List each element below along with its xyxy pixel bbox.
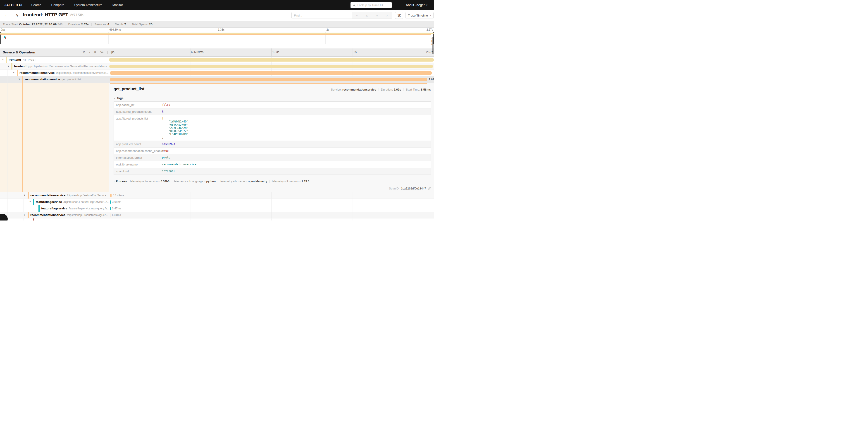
span-timeline-cell[interactable]: 1.04ms [109,212,434,218]
column-resizer-handle[interactable]: ∥ [107,51,108,54]
about-jaeger-menu[interactable]: About Jaeger ∨ [406,3,428,7]
tag-key: app.filtered_products.list [114,115,160,141]
indent-guide [2,199,2,205]
span-duration-bar[interactable] [110,78,428,81]
timeline-tick-header: 0μs666.89ms1.33s2s2.67s [109,49,434,56]
chevron-down-icon[interactable]: ∨ [7,64,9,67]
next-result-icon[interactable]: ∨ [376,14,378,17]
span-row[interactable]: ∨frontendHTTP GET [0,57,434,63]
span-name-cell[interactable]: ∨frontendHTTP GET [0,57,109,63]
chevron-down-icon[interactable]: ∨ [24,194,26,197]
stat-duration: Duration2.67s [65,23,89,26]
minimap-canvas[interactable] [0,32,434,45]
span-duration-bar[interactable] [110,71,432,75]
span-row[interactable]: ∨recommendationservice/hipstershop.Produ… [0,212,434,218]
span-row[interactable]: ∨featureflagservice/hipstershop.FeatureF… [0,199,434,205]
span-duration-bar[interactable] [110,213,111,217]
span-timeline-cell[interactable] [109,57,434,63]
minimap-tick-label: 2.67s [427,28,433,31]
span-timeline-cell[interactable]: 3.68ms [109,199,434,205]
span-duration-bar[interactable] [110,200,111,204]
span-timeline-cell[interactable]: 14.49ms [109,192,434,199]
jaeger-trace-page: JAEGER UI SearchCompareSystem Architectu… [0,0,434,220]
span-timeline-cell[interactable]: 3.47ms [109,205,434,212]
tag-row[interactable]: app.cache_hitfalse [114,101,431,109]
span-name-cell[interactable]: ∨frontendgrpc.hipstershop.Recommendation… [0,63,109,69]
span-name-cell[interactable]: ∨recommendationserviceget_product_list [0,76,109,83]
selected-span-bar-strip[interactable] [110,83,428,84]
span-row[interactable]: ∨frontendgrpc.hipstershop.Recommendation… [0,63,434,70]
process-row: ›Process: telemetry.auto.version=0.34b0t… [114,180,309,183]
tag-row[interactable]: app.recommendation.cache_enabledtrue [114,148,431,154]
clear-find-icon[interactable]: × [386,13,388,18]
tags-section-toggle[interactable]: ∨Tags [114,96,123,100]
chevron-down-icon[interactable]: ∨ [18,78,20,81]
top-nav: JAEGER UI SearchCompareSystem Architectu… [0,0,434,10]
span-detail-panel: get_product_list Service: recommendation… [109,83,434,192]
trace-id-search[interactable] [350,2,392,8]
span-detail-left-gutter [0,83,109,192]
span-timeline-cell[interactable] [109,63,434,69]
span-name-cell[interactable]: ∨recommendationservice/hipstershop.Produ… [0,212,109,218]
span-name-cell[interactable]: ∨featureflagservice/hipstershop.FeatureF… [0,199,109,205]
trace-view-selector[interactable]: Trace Timeline ∨ [405,12,434,19]
nav-item-monitor[interactable]: Monitor [113,3,123,7]
tag-row[interactable]: span.kindinternal [114,168,431,175]
chevron-down-icon[interactable]: ∨ [2,58,4,61]
back-button[interactable]: ← [3,12,13,19]
span-duration-bar[interactable] [109,65,433,68]
span-timeline-cell[interactable] [109,70,434,76]
chevron-down-icon: ∨ [430,14,431,17]
nav-item-system-architecture[interactable]: System Architecture [74,3,102,7]
tag-row[interactable]: app.filtered_products.count8 [114,109,431,115]
span-duration-bar[interactable] [109,58,434,62]
find-input[interactable] [292,12,352,19]
span-timeline-cell[interactable] [109,218,434,220]
span-name-cell[interactable]: ∨recommendationservice/hipstershop.Featu… [0,192,109,199]
span-name-cell[interactable] [0,218,109,220]
tag-value: true [160,148,170,154]
chevron-down-icon[interactable]: ∨ [13,71,15,74]
page-scrollbar[interactable] [432,37,434,54]
nav-item-search[interactable]: Search [31,3,41,7]
tag-row[interactable]: internal.span.formatproto [114,154,431,161]
tag-key: otel.library.name [114,161,160,168]
locate-icon[interactable]: ⌖ [356,13,358,17]
tag-value: 8 [160,109,165,115]
span-name-cell[interactable]: featureflagservicefeatureflagservice.rep… [0,205,109,212]
span-id-row: SpanID: 1ca2262df0e18447 [389,187,431,190]
indent-guide [7,70,7,76]
process-tag: telemetry.sdk.language=python [172,180,216,183]
tags-table: app.cache_hitfalseapp.filtered_products.… [114,101,431,175]
keyboard-shortcuts-button[interactable]: ⌘ [395,12,403,19]
span-row[interactable]: featureflagservicefeatureflagservice.rep… [0,205,434,212]
collapse-all-icon[interactable]: ⇊ [94,50,97,54]
process-section-toggle[interactable]: ›Process: [114,180,128,183]
indent-guide [24,218,24,220]
span-name-cell[interactable]: ∨recommendationservice/hipstershop.Recom… [0,70,109,76]
nav-item-compare[interactable]: Compare [51,3,64,7]
chevron-down-icon[interactable]: ∨ [29,200,31,203]
expand-one-icon[interactable]: › [89,50,90,54]
span-timeline-cell[interactable]: 2.62s [109,76,434,83]
tag-row[interactable]: app.filtered_products.list[ "1YMWWN1N4O"… [114,115,431,141]
tag-row[interactable]: otel.library.namerecommendationservice [114,161,431,168]
collapse-one-icon[interactable]: ∨ [83,50,85,54]
expand-all-icon[interactable]: ≫ [100,50,104,54]
tag-row[interactable]: app.products.count44530923 [114,141,431,148]
indent-guide [2,192,2,199]
chevron-down-icon[interactable]: ∨ [24,213,26,216]
copy-link-icon[interactable] [428,187,431,190]
span-row[interactable]: ∨recommendationserviceget_product_list2.… [0,76,434,83]
span-duration-bar[interactable] [110,207,111,210]
span-row[interactable]: ∨recommendationservice/hipstershop.Featu… [0,192,434,199]
trace-id-search-input[interactable] [350,2,392,8]
span-row[interactable] [0,218,434,220]
app-logo[interactable]: JAEGER UI [4,3,22,7]
span-operation-name: /hipstershop.FeatureFlagService/Ge... [64,200,109,204]
stat-services: Services4 [91,23,109,26]
prev-result-icon[interactable]: ∧ [366,14,368,17]
span-duration-bar[interactable] [110,194,112,197]
span-row[interactable]: ∨recommendationservice/hipstershop.Recom… [0,70,434,76]
collapse-trace-chevron-icon[interactable]: ∨ [16,13,19,18]
